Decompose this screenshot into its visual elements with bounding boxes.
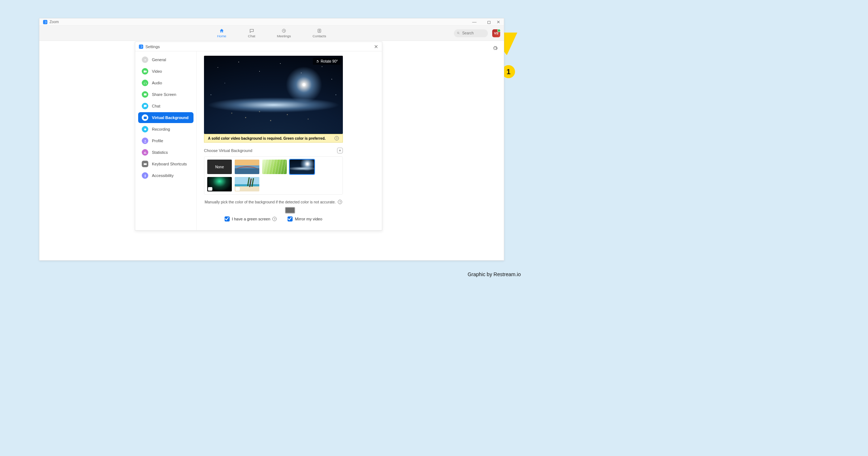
chat-icon (142, 103, 148, 109)
gear-icon (142, 56, 148, 63)
choose-background-label: Choose Virtual Background (204, 148, 252, 153)
checkbox-checked-icon (225, 216, 230, 221)
sidebar-item-recording[interactable]: Recording (138, 124, 193, 135)
thumb-grass[interactable] (262, 160, 287, 174)
checkbox-checked-icon (288, 216, 293, 221)
color-swatch-button[interactable] (285, 207, 295, 214)
sidebar-item-label: Virtual Background (152, 115, 188, 120)
help-icon[interactable]: ? (335, 136, 339, 140)
top-nav: Home Chat Meetings Contacts VS (39, 26, 504, 41)
gear-icon (492, 45, 498, 51)
gear-button[interactable] (492, 45, 498, 52)
contacts-icon (316, 28, 322, 33)
thumb-none[interactable]: None (207, 160, 232, 174)
accessibility-icon (142, 172, 148, 179)
titlebar: Zoom — ✕ (39, 18, 504, 26)
nav-home-label: Home (217, 34, 226, 38)
sidebar-item-video[interactable]: Video (138, 66, 193, 77)
home-icon (219, 28, 225, 33)
svg-point-2 (319, 30, 320, 31)
sidebar-item-label: Keyboard Shortcuts (152, 162, 187, 166)
search-box[interactable] (454, 29, 488, 37)
nav-home[interactable]: Home (217, 28, 226, 38)
maximize-button[interactable] (482, 20, 490, 25)
help-icon[interactable]: ? (338, 200, 342, 204)
nav-meetings-label: Meetings (277, 34, 291, 38)
sidebar-item-label: Statistics (152, 150, 168, 155)
help-icon[interactable]: ? (272, 217, 277, 221)
rotate-90-button[interactable]: Rotate 90° (313, 58, 341, 65)
minimize-button[interactable]: — (472, 20, 476, 25)
close-window-button[interactable]: ✕ (497, 20, 500, 25)
person-icon (142, 138, 148, 144)
sidebar-item-statistics[interactable]: Statistics (138, 147, 193, 158)
sidebar-item-label: Chat (152, 104, 160, 108)
sidebar-item-label: General (152, 58, 166, 62)
sidebar-item-virtual-background[interactable]: Virtual Background (138, 112, 193, 123)
svg-rect-9 (144, 163, 146, 165)
svg-rect-5 (144, 117, 146, 119)
mirror-video-checkbox-row[interactable]: Mirror my video (288, 216, 322, 221)
credit-text: Graphic by Restream.io (468, 271, 521, 277)
zoom-app-window: Zoom — ✕ Home Chat Meetings Contacts (39, 18, 504, 261)
close-settings-button[interactable]: ✕ (374, 44, 378, 50)
sidebar-item-label: Accessibility (152, 173, 174, 178)
add-background-button[interactable]: + (337, 148, 343, 153)
background-notice: A solid color video background is requir… (204, 134, 343, 143)
nav-chat-label: Chat (248, 34, 255, 38)
background-preview: Rotate 90° (204, 56, 343, 134)
mirror-label: Mirror my video (295, 217, 322, 221)
thumb-earth[interactable] (290, 160, 314, 174)
window-title: Zoom (50, 20, 59, 24)
virtual-background-icon (142, 114, 148, 121)
sidebar-item-label: Profile (152, 139, 163, 143)
settings-main: Rotate 90° A solid color video backgroun… (197, 51, 382, 230)
avatar[interactable]: VS (492, 29, 500, 37)
sidebar-item-label: Recording (152, 127, 170, 131)
sidebar-item-keyboard-shortcuts[interactable]: Keyboard Shortcuts (138, 159, 193, 169)
sidebar-item-audio[interactable]: Audio (138, 77, 193, 88)
zoom-shield-icon (139, 45, 143, 49)
sidebar-item-profile[interactable]: Profile (138, 135, 193, 146)
clock-icon (281, 28, 287, 33)
thumb-aurora[interactable] (207, 177, 232, 191)
keyboard-icon (142, 161, 148, 167)
nav-meetings[interactable]: Meetings (277, 28, 291, 38)
green-screen-checkbox-row[interactable]: I have a green screen ? (225, 216, 277, 221)
svg-point-7 (144, 128, 146, 130)
record-icon (142, 126, 148, 132)
sidebar-item-label: Share Screen (152, 92, 176, 97)
rotate-icon (316, 60, 319, 63)
chat-icon (249, 28, 255, 33)
sidebar-item-label: Audio (152, 81, 162, 85)
green-screen-label: I have a green screen (232, 217, 270, 221)
manual-color-text: Manually pick the color of the backgroun… (205, 200, 336, 204)
nav-chat[interactable]: Chat (248, 28, 255, 38)
svg-rect-4 (144, 93, 146, 96)
settings-dialog: Settings ✕ General Video Audio Share Scr… (135, 42, 382, 231)
settings-title: Settings (145, 45, 160, 49)
camera-icon (142, 68, 148, 75)
sidebar-item-accessibility[interactable]: Accessibility (138, 170, 193, 181)
zoom-shield-icon (43, 20, 47, 24)
headphones-icon (142, 80, 148, 86)
svg-point-10 (145, 174, 145, 175)
video-badge-icon (208, 187, 212, 191)
notice-text: A solid color video background is requir… (208, 136, 326, 140)
sidebar-item-share-screen[interactable]: Share Screen (138, 89, 193, 100)
search-icon (457, 31, 460, 35)
thumb-beach[interactable] (235, 177, 259, 191)
sidebar-item-label: Video (152, 69, 162, 73)
search-input[interactable] (462, 31, 485, 35)
svg-point-3 (457, 32, 459, 34)
nav-contacts[interactable]: Contacts (312, 28, 326, 38)
sidebar-item-general[interactable]: General (138, 54, 193, 65)
settings-titlebar: Settings ✕ (135, 42, 382, 51)
thumb-bridge[interactable] (235, 160, 259, 174)
share-screen-icon (142, 91, 148, 98)
sidebar-item-chat[interactable]: Chat (138, 101, 193, 111)
chart-icon (142, 149, 148, 156)
video-badge-icon (235, 187, 240, 191)
background-thumbnails: None (204, 156, 343, 195)
settings-sidebar: General Video Audio Share Screen Chat Vi… (135, 51, 197, 230)
